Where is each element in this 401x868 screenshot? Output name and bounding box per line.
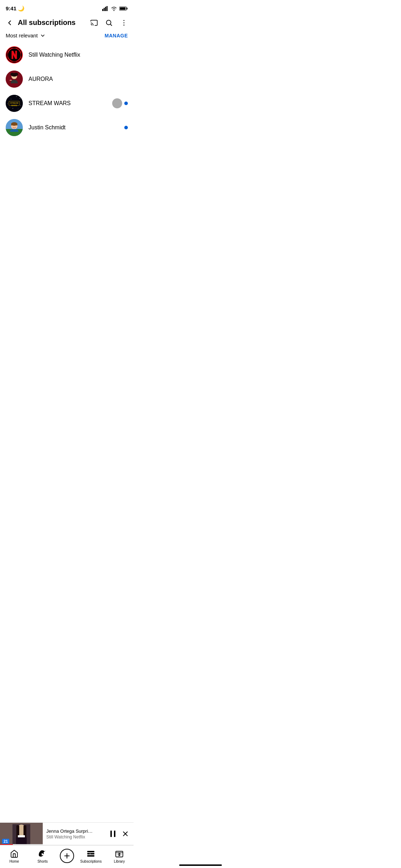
svg-rect-0 — [102, 9, 103, 11]
list-item[interactable]: Justin Schmidt — [0, 115, 134, 140]
svg-point-26 — [12, 108, 13, 108]
svg-point-21 — [11, 99, 11, 99]
page-title: All subscriptions — [18, 19, 86, 27]
svg-point-25 — [20, 105, 21, 105]
signal-icon — [102, 6, 109, 11]
svg-point-4 — [114, 10, 114, 11]
status-time: 9:41 🌙 — [6, 5, 25, 12]
svg-point-11 — [124, 20, 125, 21]
header-actions — [90, 19, 128, 27]
svg-point-28 — [10, 107, 10, 108]
blue-dot-indicator — [124, 126, 128, 129]
svg-point-24 — [7, 104, 8, 104]
status-bar: 9:41 🌙 — [0, 0, 134, 16]
cast-button[interactable] — [90, 19, 98, 27]
status-icons — [102, 6, 128, 11]
channel-avatar-streamwars: STREAM WARS — [6, 95, 23, 112]
stream-wars-indicator — [112, 98, 128, 108]
list-item[interactable]: Still Watching Netflix — [0, 43, 134, 67]
filter-row: Most relevant MANAGE — [0, 30, 134, 43]
svg-text:WARS: WARS — [11, 104, 17, 107]
header: All subscriptions — [0, 16, 134, 30]
svg-point-27 — [18, 109, 19, 109]
subscription-list: Still Watching Netflix AURORA — [0, 43, 134, 140]
wifi-icon — [111, 6, 117, 11]
svg-point-20 — [8, 97, 9, 97]
svg-rect-6 — [126, 8, 127, 10]
svg-line-10 — [110, 24, 112, 26]
blue-dot-indicator — [124, 102, 128, 105]
svg-point-13 — [124, 25, 125, 26]
channel-avatar-aurora — [6, 71, 23, 88]
svg-rect-1 — [104, 8, 105, 11]
list-item[interactable]: AURORA — [0, 67, 134, 91]
channel-name-streamwars: STREAM WARS — [28, 100, 106, 107]
svg-rect-2 — [105, 7, 106, 11]
more-button[interactable] — [120, 19, 128, 27]
grey-circle-indicator — [112, 98, 122, 108]
svg-point-22 — [16, 96, 16, 97]
channel-avatar-justin — [6, 119, 23, 136]
svg-point-23 — [20, 98, 20, 99]
search-button[interactable] — [105, 19, 113, 27]
svg-point-9 — [106, 20, 111, 25]
svg-point-12 — [124, 22, 125, 23]
justin-indicator — [124, 126, 128, 129]
manage-button[interactable]: MANAGE — [105, 33, 128, 38]
list-item[interactable]: STREAM WARS STREAM WARS — [0, 91, 134, 115]
svg-rect-3 — [106, 6, 108, 11]
channel-name-netflix: Still Watching Netflix — [28, 52, 128, 58]
filter-label: Most relevant — [6, 32, 38, 38]
channel-name-aurora: AURORA — [28, 76, 128, 82]
svg-rect-7 — [120, 7, 126, 10]
filter-button[interactable]: Most relevant — [6, 32, 46, 38]
svg-text:STREAM: STREAM — [10, 102, 19, 104]
channel-name-justin: Justin Schmidt — [28, 124, 119, 131]
channel-avatar-netflix — [6, 46, 23, 63]
battery-icon — [119, 6, 128, 11]
back-button[interactable] — [6, 19, 14, 27]
